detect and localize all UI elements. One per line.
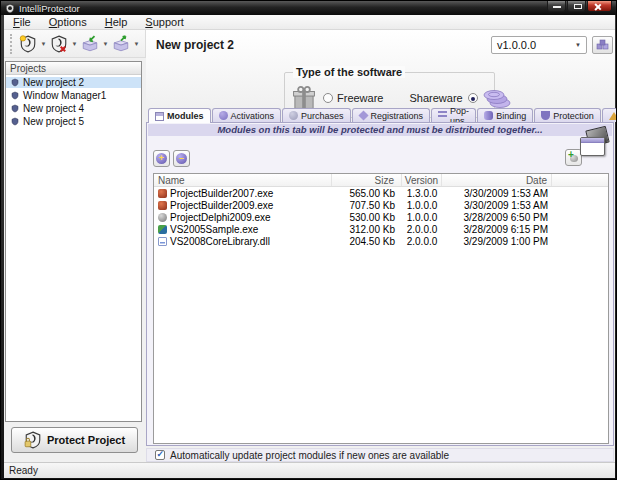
exe-file-icon xyxy=(158,201,167,210)
purchases-tab-icon xyxy=(289,111,298,120)
project-shield-icon xyxy=(11,104,19,113)
protection-tab-icon xyxy=(541,111,550,120)
app-window: IntelliProtector File Options Help Suppo… xyxy=(0,0,617,480)
tab-purchases[interactable]: Purchases xyxy=(282,108,351,122)
page-title: New project 2 xyxy=(156,38,234,52)
projects-panel-header: Projects xyxy=(6,62,141,75)
version-cubes-icon xyxy=(596,39,610,51)
menu-bar: File Options Help Support xyxy=(4,15,615,30)
shareware-label: Shareware xyxy=(409,92,462,104)
import-box-icon xyxy=(81,35,99,53)
minimize-button[interactable] xyxy=(547,1,566,12)
project-item-new-project-5[interactable]: New project 5 xyxy=(6,116,141,127)
client-area: File Options Help Support ▼ xyxy=(4,15,615,478)
window-title: IntelliProtector xyxy=(19,3,80,14)
protect-project-button[interactable]: Protect Project xyxy=(11,427,138,453)
new-project-dropdown[interactable]: ▼ xyxy=(39,41,48,47)
tab-protection[interactable]: Protection xyxy=(534,108,601,122)
protect-project-label: Protect Project xyxy=(47,434,125,446)
export-box-icon xyxy=(112,35,130,53)
export-project-dropdown[interactable]: ▼ xyxy=(132,41,141,47)
delete-project-shield-icon xyxy=(50,35,68,53)
menu-help[interactable]: Help xyxy=(96,15,137,30)
version-dropdown[interactable]: v1.0.0.0 ▼ xyxy=(491,36,587,54)
tab-strip: Modules Activations Purchases Registrati… xyxy=(148,108,617,122)
software-type-label: Type of the software xyxy=(293,66,405,78)
import-project-dropdown[interactable]: ▼ xyxy=(101,41,110,47)
delete-project-dropdown[interactable]: ▼ xyxy=(70,41,79,47)
remove-module-button[interactable]: – xyxy=(173,150,190,167)
auto-update-checkbox[interactable]: ✓ xyxy=(155,450,165,460)
modules-table: Name Size Version Date ProjectBuilder200… xyxy=(153,173,609,444)
maximize-icon xyxy=(574,4,582,9)
menu-file[interactable]: File xyxy=(4,15,40,30)
app-icon xyxy=(5,3,15,14)
toolbar-gripper[interactable] xyxy=(10,34,13,54)
column-header-name[interactable]: Name xyxy=(154,174,332,186)
auto-update-label: Automatically update project modules if … xyxy=(170,450,449,461)
modules-tab-panel: Modules on this tab will be protected an… xyxy=(146,122,614,446)
exe-file-icon xyxy=(158,213,167,222)
freeware-radio[interactable] xyxy=(323,93,333,103)
table-row[interactable]: ProjectDelphi2009.exe 530.00 Kb 1.0.0.0 … xyxy=(154,211,608,223)
import-project-button[interactable] xyxy=(79,33,101,55)
dll-file-icon xyxy=(158,237,167,246)
table-row[interactable]: ProjectBuilder2009.exe 707.50 Kb 1.0.0.0… xyxy=(154,199,608,211)
tab-popups[interactable]: Pop-ups xyxy=(431,108,476,122)
tab-activations[interactable]: Activations xyxy=(212,108,282,122)
minimize-icon xyxy=(553,6,561,8)
maximize-button[interactable] xyxy=(567,1,586,12)
table-row[interactable]: VS2008CoreLibrary.dll 204.50 Kb 2.0.0.0 … xyxy=(154,235,608,247)
modules-info-bar: Modules on this tab will be protected an… xyxy=(148,124,612,136)
output-tab-icon xyxy=(609,112,617,120)
new-project-shield-icon xyxy=(19,35,37,53)
project-shield-icon xyxy=(11,78,19,87)
column-header-version[interactable]: Version xyxy=(402,174,442,186)
window-controls xyxy=(546,1,612,12)
column-header-size[interactable]: Size xyxy=(332,174,402,186)
status-text: Ready xyxy=(9,465,38,476)
auto-update-row: ✓ Automatically update project modules i… xyxy=(146,448,614,462)
projects-panel: Projects New project 2 Window Manager1 N… xyxy=(5,61,142,422)
status-bar: Ready xyxy=(4,462,615,478)
project-item-new-project-2[interactable]: New project 2 xyxy=(6,77,141,88)
chevron-down-icon: ▼ xyxy=(575,42,581,48)
protect-shield-icon xyxy=(24,431,42,449)
modules-table-header: Name Size Version Date xyxy=(154,174,608,187)
registrations-tab-icon xyxy=(358,110,368,120)
add-module-button[interactable]: + xyxy=(153,150,170,167)
version-value: v1.0.0.0 xyxy=(497,39,536,51)
content-header: New project 2 v1.0.0.0 ▼ Type of the sof… xyxy=(146,30,615,108)
column-header-filler xyxy=(552,174,608,186)
column-header-date[interactable]: Date xyxy=(442,174,552,186)
tab-output[interactable]: Output xyxy=(602,108,617,122)
project-shield-icon xyxy=(11,117,19,126)
delete-project-button[interactable] xyxy=(48,33,70,55)
tab-area: Modules Activations Purchases Registrati… xyxy=(146,108,614,446)
table-row[interactable]: ProjectBuilder2007.exe 565.00 Kb 1.3.0.0… xyxy=(154,187,608,199)
add-module-icon: + xyxy=(156,153,167,164)
table-row[interactable]: VS2005Sample.exe 312.00 Kb 2.0.0.0 3/28/… xyxy=(154,223,608,235)
new-project-button[interactable] xyxy=(17,33,39,55)
exe-file-icon xyxy=(158,225,167,234)
modules-windows-icon xyxy=(578,127,610,163)
binding-tab-icon xyxy=(484,111,493,120)
popups-tab-icon xyxy=(438,111,447,120)
exe-file-icon xyxy=(158,189,167,198)
shareware-radio[interactable] xyxy=(468,93,478,103)
close-button[interactable] xyxy=(587,1,612,12)
new-version-button[interactable] xyxy=(592,36,613,54)
remove-module-icon: – xyxy=(176,153,187,164)
activations-tab-icon xyxy=(219,111,228,120)
project-item-window-manager1[interactable]: Window Manager1 xyxy=(6,90,141,101)
menu-options[interactable]: Options xyxy=(40,15,96,30)
check-icon: ✓ xyxy=(157,449,165,459)
title-bar: IntelliProtector xyxy=(1,1,617,15)
menu-support[interactable]: Support xyxy=(136,15,193,30)
tab-binding[interactable]: Binding xyxy=(477,108,533,122)
tab-modules[interactable]: Modules xyxy=(148,108,211,123)
project-shield-icon xyxy=(11,91,19,100)
export-project-button[interactable] xyxy=(110,33,132,55)
tab-registrations[interactable]: Registrations xyxy=(352,108,431,122)
project-item-new-project-4[interactable]: New project 4 xyxy=(6,103,141,114)
